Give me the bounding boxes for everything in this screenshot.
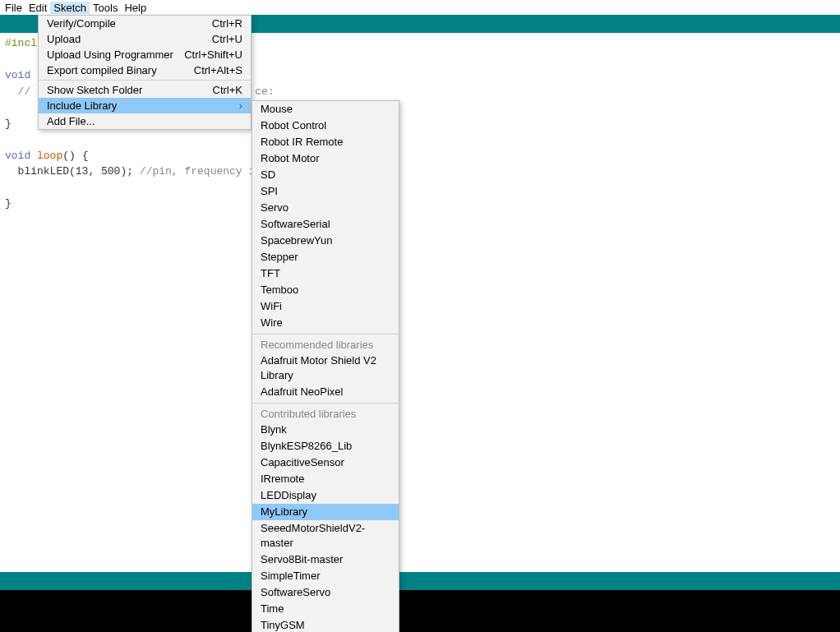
- menu-show-folder[interactable]: Show Sketch Folder Ctrl+K: [39, 82, 251, 98]
- library-heading: Contributed libraries: [252, 406, 399, 422]
- menu-edit[interactable]: Edit: [25, 2, 50, 14]
- library-item[interactable]: CapacitiveSensor: [252, 454, 399, 471]
- code-loop-paren: () {: [62, 150, 88, 162]
- library-item[interactable]: BlynkESP8266_Lib: [252, 438, 399, 454]
- library-item[interactable]: Robot Control: [252, 118, 399, 134]
- menu-include-library[interactable]: Include Library: [39, 98, 251, 113]
- status-strip: [0, 572, 840, 590]
- library-item[interactable]: MyLibrary: [252, 504, 399, 520]
- library-item[interactable]: Temboo: [252, 282, 399, 298]
- menu-export-bin-accel: Ctrl+Alt+S: [194, 64, 242, 76]
- library-item[interactable]: SoftwareServo: [252, 584, 399, 601]
- menu-verify[interactable]: Verify/Compile Ctrl+R: [39, 16, 251, 31]
- menu-upload-label: Upload: [47, 33, 81, 45]
- code-void: void: [5, 69, 30, 81]
- menu-help[interactable]: Help: [121, 2, 150, 14]
- library-item[interactable]: TinyGSM: [252, 617, 399, 632]
- menu-add-file-label: Add File...: [47, 115, 95, 127]
- code-brace1: }: [5, 118, 12, 130]
- menu-show-folder-accel: Ctrl+K: [213, 84, 242, 96]
- library-item[interactable]: Mouse: [252, 101, 399, 118]
- library-item[interactable]: SD: [252, 167, 399, 183]
- menu-verify-label: Verify/Compile: [47, 17, 116, 30]
- library-item[interactable]: Servo8Bit-master: [252, 551, 399, 568]
- menu-add-file[interactable]: Add File...: [39, 113, 251, 129]
- library-item[interactable]: Wire: [252, 315, 399, 331]
- menu-verify-accel: Ctrl+R: [212, 17, 242, 30]
- menu-include-library-label: Include Library: [47, 99, 117, 112]
- code-comment2: //pin, frequency in: [140, 165, 261, 178]
- code-brace2: }: [5, 197, 12, 210]
- library-item[interactable]: Time: [252, 601, 399, 617]
- library-item[interactable]: LEDDisplay: [252, 487, 399, 504]
- library-item[interactable]: SeeedMotorShieldV2-master: [252, 520, 399, 551]
- menu-upload-prog-label: Upload Using Programmer: [47, 48, 173, 61]
- sketch-dropdown: Verify/Compile Ctrl+R Upload Ctrl+U Uplo…: [38, 15, 252, 130]
- library-item[interactable]: Robot IR Remote: [252, 134, 399, 150]
- library-item[interactable]: Adafruit NeoPixel: [252, 384, 399, 400]
- menu-upload-prog-accel: Ctrl+Shift+U: [184, 48, 242, 61]
- menu-export-bin[interactable]: Export compiled Binary Ctrl+Alt+S: [39, 62, 251, 78]
- library-item[interactable]: Adafruit Motor Shield V2 Library: [252, 353, 399, 384]
- library-sep: [252, 403, 399, 404]
- library-sep: [252, 334, 399, 334]
- library-item[interactable]: SpacebrewYun: [252, 233, 399, 249]
- code-void2: void: [5, 150, 30, 162]
- library-item[interactable]: SimpleTimer: [252, 568, 399, 584]
- menubar: File Edit Sketch Tools Help: [0, 0, 840, 15]
- library-item[interactable]: SoftwareSerial: [252, 216, 399, 233]
- menu-upload-accel: Ctrl+U: [212, 33, 242, 45]
- menu-show-folder-label: Show Sketch Folder: [47, 84, 142, 96]
- library-item[interactable]: Robot Motor: [252, 150, 399, 167]
- library-item[interactable]: WiFi: [252, 298, 399, 315]
- menu-sep1: [39, 80, 251, 81]
- menu-file[interactable]: File: [2, 2, 25, 14]
- code-call: blinkLED(13, 500);: [5, 165, 140, 178]
- menu-export-bin-label: Export compiled Binary: [47, 64, 157, 76]
- code-loop: loop: [30, 150, 62, 162]
- library-item[interactable]: Stepper: [252, 249, 399, 265]
- library-item[interactable]: TFT: [252, 265, 399, 282]
- library-item[interactable]: IRremote: [252, 471, 399, 487]
- menu-upload-prog[interactable]: Upload Using Programmer Ctrl+Shift+U: [39, 47, 251, 62]
- library-item[interactable]: SPI: [252, 183, 399, 200]
- library-heading: Recommended libraries: [252, 337, 399, 353]
- library-item[interactable]: Blynk: [252, 422, 399, 438]
- include-library-submenu: MouseRobot ControlRobot IR RemoteRobot M…: [252, 100, 399, 632]
- menu-upload[interactable]: Upload Ctrl+U: [39, 31, 251, 47]
- console-area: [0, 590, 840, 632]
- code-comment1b: ce:: [255, 85, 274, 98]
- menu-sketch[interactable]: Sketch: [50, 2, 90, 14]
- menu-tools[interactable]: Tools: [90, 2, 121, 14]
- library-item[interactable]: Servo: [252, 200, 399, 216]
